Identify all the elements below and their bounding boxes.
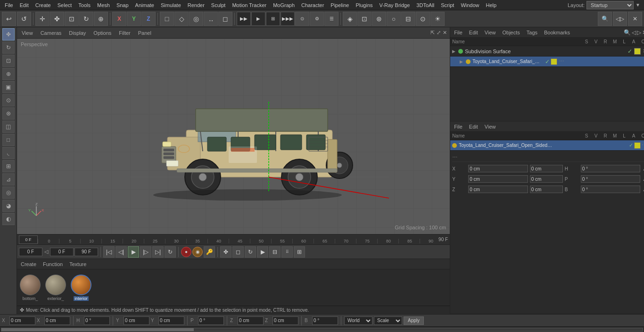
object-row-subdivision[interactable]: ▶ Subdivision Surface ✓ ✕ bbox=[450, 46, 644, 57]
rotate-tool-button[interactable]: ↻ bbox=[79, 12, 93, 26]
obj-col2-icon[interactable] bbox=[551, 58, 557, 65]
render-interactive-button[interactable]: ⊙ bbox=[295, 12, 309, 26]
attr-p-stepper[interactable]: ▲ bbox=[642, 177, 644, 182]
tool-transform[interactable]: ⊕ bbox=[2, 68, 15, 80]
tool-mograph[interactable]: ⊞ bbox=[2, 160, 15, 172]
move-tool-button[interactable]: ✤ bbox=[50, 12, 64, 26]
obj-col-icon[interactable] bbox=[634, 48, 641, 55]
attr-h-stepper[interactable]: ▲ bbox=[642, 166, 644, 171]
attr-x2-field[interactable] bbox=[530, 165, 563, 172]
mat-texture[interactable]: Texture bbox=[67, 260, 88, 268]
menu-item-mograph[interactable]: MoGraph bbox=[270, 1, 297, 9]
loop-button[interactable]: ↻ bbox=[165, 246, 176, 258]
obj-check-icon[interactable]: ✓ bbox=[627, 48, 632, 55]
tool-light[interactable]: ◫ bbox=[2, 121, 15, 133]
coord-y-input[interactable] bbox=[124, 316, 149, 325]
vp-close-icon[interactable]: ✕ bbox=[443, 30, 447, 36]
coord-x-input[interactable] bbox=[9, 316, 35, 325]
obj-bookmarks[interactable]: Bookmarks bbox=[542, 29, 572, 36]
render-view-button[interactable]: ▶▶ bbox=[237, 12, 251, 26]
world-dropdown[interactable]: World bbox=[344, 316, 372, 325]
obj-view[interactable]: View bbox=[483, 29, 498, 36]
tool-spline[interactable]: ◟ bbox=[2, 147, 15, 159]
light2-button[interactable]: ☀ bbox=[430, 12, 445, 26]
menu-item-3dtoall[interactable]: 3DToAll bbox=[413, 1, 437, 9]
obj-edit[interactable]: Edit bbox=[467, 29, 480, 36]
object-mode-button[interactable]: □ bbox=[160, 12, 174, 26]
obj-tags[interactable]: Tags bbox=[525, 29, 539, 36]
attr-check-icon[interactable]: ✓ bbox=[629, 142, 633, 149]
layout-dropdown[interactable]: Startup bbox=[586, 1, 634, 9]
select-tool-button[interactable]: ✛ bbox=[35, 12, 50, 26]
coord-z-input[interactable] bbox=[238, 316, 264, 325]
bottom-scrollbar-thumb[interactable] bbox=[1, 328, 194, 331]
vp-grid-button[interactable]: ⊟ bbox=[269, 246, 281, 258]
vp-cameras[interactable]: Cameras bbox=[39, 29, 64, 37]
coord-p-input[interactable] bbox=[198, 316, 224, 325]
tool-move[interactable]: ✤ bbox=[2, 28, 15, 40]
attr-z2-input[interactable] bbox=[531, 187, 561, 192]
render-all-button[interactable]: ▶▶▶ bbox=[281, 12, 295, 26]
render-settings-button[interactable]: ⚙ bbox=[310, 12, 324, 26]
vp-view[interactable]: View bbox=[20, 29, 35, 37]
obj-objects[interactable]: Objects bbox=[500, 29, 521, 36]
material-bottom[interactable]: bottom_ bbox=[19, 275, 41, 301]
menu-item-plugins[interactable]: Plugins bbox=[353, 1, 375, 9]
menu-item-help[interactable]: Help bbox=[483, 1, 500, 9]
scale-tool-button[interactable]: ⊡ bbox=[65, 12, 79, 26]
attr-b-input[interactable] bbox=[581, 186, 641, 193]
vp-rotate2-button[interactable]: ↻ bbox=[245, 246, 256, 258]
material-interior[interactable]: interior bbox=[70, 275, 92, 301]
tool-paint[interactable]: ◐ bbox=[2, 213, 15, 225]
attr-edit[interactable]: Edit bbox=[467, 123, 480, 130]
attr-z2-field[interactable] bbox=[530, 186, 563, 193]
edge-mode-button[interactable]: ◎ bbox=[189, 12, 203, 26]
camera2-button[interactable]: ⊙ bbox=[416, 12, 430, 26]
obj-nav-left-icon[interactable]: ◁ bbox=[632, 29, 636, 36]
menu-item-file[interactable]: File bbox=[2, 1, 16, 9]
vp-maximize-icon[interactable]: ⇱ bbox=[430, 30, 435, 36]
play-button[interactable]: ▶ bbox=[128, 246, 139, 258]
viewport-settings-button[interactable]: ◈ bbox=[343, 12, 357, 26]
attr-x-icon[interactable]: ⋯ bbox=[642, 142, 644, 149]
coord-b-input[interactable] bbox=[312, 316, 338, 325]
x-axis-button[interactable]: X bbox=[112, 12, 126, 26]
menu-item-tools[interactable]: Tools bbox=[75, 1, 93, 9]
3d-viewport[interactable]: Perspective Grid Spacing : 100 cm X Y Z bbox=[17, 39, 450, 234]
vp-restore-icon[interactable]: ⤢ bbox=[437, 30, 441, 36]
menu-item-animate[interactable]: Animate bbox=[132, 1, 157, 9]
attr-x-input[interactable] bbox=[468, 165, 528, 172]
keyframe-button[interactable]: 🔑 bbox=[204, 246, 215, 258]
attr-b-stepper[interactable]: ▲ bbox=[642, 187, 644, 192]
vp-play2-button[interactable]: ▶ bbox=[257, 246, 268, 258]
y-axis-button[interactable]: Y bbox=[127, 12, 141, 26]
start-frame-input[interactable] bbox=[19, 248, 42, 256]
transform-tool-button[interactable]: ⊕ bbox=[94, 12, 108, 26]
attr-file[interactable]: File bbox=[452, 123, 464, 130]
menu-item-simulate[interactable]: Simulate bbox=[158, 1, 184, 9]
attr-z-input[interactable] bbox=[468, 186, 528, 193]
attr-color-icon[interactable] bbox=[634, 142, 641, 149]
attr-y2-input[interactable] bbox=[531, 177, 561, 182]
step-forward-button[interactable]: |▷ bbox=[140, 246, 151, 258]
tool-material[interactable]: ◎ bbox=[2, 186, 15, 199]
vp-panel[interactable]: Panel bbox=[136, 29, 153, 37]
z-axis-button[interactable]: Z bbox=[141, 12, 156, 26]
obj-close-icon[interactable]: ✕ bbox=[642, 29, 644, 36]
vp-move-button[interactable]: ✤ bbox=[220, 246, 231, 258]
polygon-mode-button[interactable]: ◇ bbox=[174, 12, 189, 26]
camera-button[interactable]: ⊡ bbox=[357, 12, 372, 26]
attr-view[interactable]: View bbox=[483, 123, 498, 130]
menu-item-select[interactable]: Select bbox=[55, 1, 75, 9]
scale-dropdown[interactable]: Scale bbox=[374, 316, 402, 325]
obj-x2-icon[interactable]: ⋯ bbox=[559, 58, 564, 65]
menu-item-window[interactable]: Window bbox=[458, 1, 482, 9]
attr-p-input[interactable] bbox=[581, 175, 641, 183]
coord-z2-input[interactable] bbox=[272, 316, 298, 325]
autokey-button[interactable]: ◉ bbox=[192, 247, 203, 257]
render-region-button[interactable]: ⊞ bbox=[266, 12, 280, 26]
attr-x2-input[interactable] bbox=[531, 166, 561, 171]
obj-check2-icon[interactable]: ✓ bbox=[545, 58, 550, 65]
menu-item-sculpt[interactable]: Sculpt bbox=[208, 1, 229, 9]
tool-rotate[interactable]: ↻ bbox=[2, 41, 15, 54]
